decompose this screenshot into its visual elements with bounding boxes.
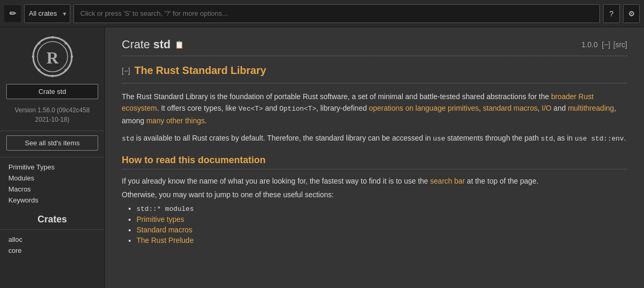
- std-code-1: std: [122, 135, 134, 143]
- crate-title: Crate std: [122, 38, 171, 51]
- sidebar-item-macros[interactable]: Macros: [0, 184, 104, 195]
- primitive-types-link[interactable]: Primitive types: [136, 215, 184, 223]
- standard-macros-link[interactable]: standard macros: [483, 104, 537, 112]
- std-code-2: std: [541, 135, 553, 143]
- divider-2: [0, 157, 104, 157]
- topbar: ✏ All crates std alloc core ? ⚙: [0, 0, 644, 27]
- search-input[interactable]: [73, 4, 600, 23]
- sidebar-item-keywords[interactable]: Keywords: [0, 195, 104, 206]
- rust-prelude-link[interactable]: The Rust Prelude: [136, 236, 194, 244]
- version-badge: 1.0.0 [−] [src]: [582, 40, 627, 49]
- logo-area: R: [0, 27, 104, 84]
- how-to-para-2: Otherwise, you may want to jump to one o…: [122, 190, 627, 199]
- crate-selector[interactable]: All crates std alloc core: [24, 4, 70, 23]
- list-item: Standard macros: [136, 226, 627, 234]
- standard-macros-list-link[interactable]: Standard macros: [136, 226, 193, 234]
- svg-point-9: [65, 42, 67, 45]
- how-to-para: If you already know the name of what you…: [122, 177, 627, 185]
- main-text: The Rust Standard Library is the foundat…: [122, 91, 627, 144]
- many-other-things-link[interactable]: many other things: [146, 116, 205, 125]
- option-code: Option<T>: [279, 105, 316, 113]
- help-button[interactable]: ?: [603, 4, 620, 23]
- sidebar-item-primitive-types[interactable]: Primitive Types: [0, 162, 104, 173]
- multithreading-link[interactable]: multithreading: [568, 104, 614, 112]
- std-modules-code[interactable]: std::* modules: [136, 205, 194, 213]
- see-all-items-button[interactable]: See all std's items: [6, 135, 98, 151]
- paint-icon-button[interactable]: ✏: [4, 5, 21, 22]
- bullet-list: std::* modules Primitive types Standard …: [122, 204, 627, 244]
- divider-3: [0, 229, 104, 230]
- rust-logo: R: [31, 36, 73, 78]
- para-1: The Rust Standard Library is the foundat…: [122, 91, 627, 127]
- how-to-title: How to read this documentation: [122, 155, 627, 166]
- section-header: [−] The Rust Standard Library: [122, 65, 627, 77]
- crates-heading: Crates: [0, 206, 104, 229]
- header-divider: [122, 56, 627, 56]
- svg-point-6: [70, 56, 73, 58]
- list-item: std::* modules: [136, 204, 627, 213]
- search-bar-link[interactable]: search bar: [430, 177, 465, 185]
- content-area: Crate std 📋 1.0.0 [−] [src] [−] The Rust…: [105, 27, 644, 288]
- io-link[interactable]: I/O: [542, 104, 552, 112]
- section-divider: [122, 83, 627, 83]
- main-layout: R Crate std Version 1.56.0 (09c42c458 20…: [0, 27, 644, 288]
- sidebar-item-modules[interactable]: Modules: [0, 173, 104, 184]
- para-2: std is available to all Rust crates by d…: [122, 132, 627, 145]
- svg-point-3: [51, 36, 54, 39]
- crate-link-alloc[interactable]: alloc: [0, 234, 104, 245]
- src-link[interactable]: [src]: [614, 40, 627, 49]
- use-code: use: [433, 135, 445, 143]
- list-item: Primitive types: [136, 215, 627, 223]
- section-collapse-button[interactable]: [−]: [122, 67, 130, 75]
- settings-button[interactable]: ⚙: [623, 4, 640, 23]
- language-primitives-link[interactable]: operations on language primitives: [369, 104, 479, 112]
- use-std-env-code: use std::env: [575, 135, 624, 143]
- crate-header: Crate std 📋 1.0.0 [−] [src]: [122, 38, 627, 51]
- svg-point-4: [51, 74, 54, 77]
- svg-point-5: [31, 56, 34, 58]
- svg-point-10: [38, 69, 40, 71]
- section-title: The Rust Standard Library: [134, 65, 266, 77]
- version-info: Version 1.56.0 (09c42c458 2021-10-18): [0, 103, 104, 131]
- svg-point-8: [65, 69, 67, 71]
- crate-link-core[interactable]: core: [0, 245, 104, 256]
- vec-code: Vec<T>: [238, 105, 263, 113]
- svg-text:R: R: [46, 48, 59, 67]
- divider-1: [0, 131, 104, 131]
- collapse-link[interactable]: [−]: [602, 40, 610, 49]
- list-item: The Rust Prelude: [136, 236, 627, 244]
- svg-point-7: [38, 42, 40, 45]
- crate-std-button[interactable]: Crate std: [6, 84, 98, 99]
- sidebar: R Crate std Version 1.56.0 (09c42c458 20…: [0, 27, 105, 288]
- how-to-divider: [122, 169, 627, 169]
- copy-icon[interactable]: 📋: [175, 40, 184, 49]
